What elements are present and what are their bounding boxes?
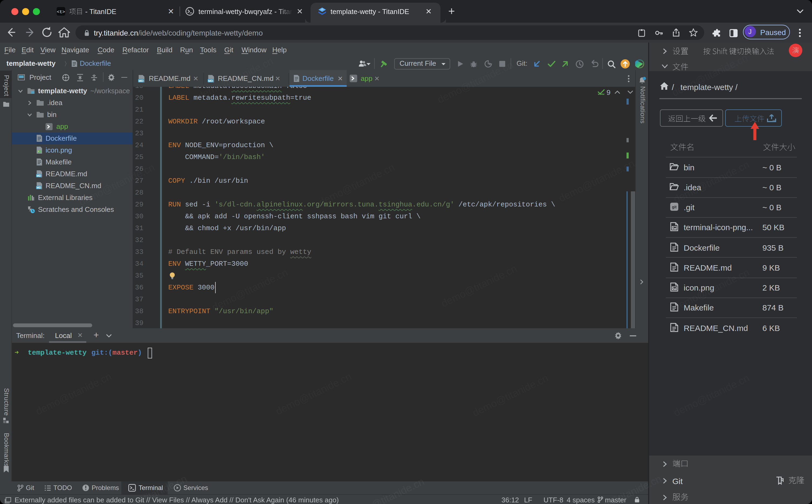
svg-text:<t>: <t> [57,9,65,15]
svg-text:MD: MD [36,174,41,177]
svg-text:git: git [672,205,676,209]
svg-text:MD: MD [208,79,213,82]
svg-text:MD: MD [36,186,41,189]
svg-text:MD: MD [139,79,143,82]
